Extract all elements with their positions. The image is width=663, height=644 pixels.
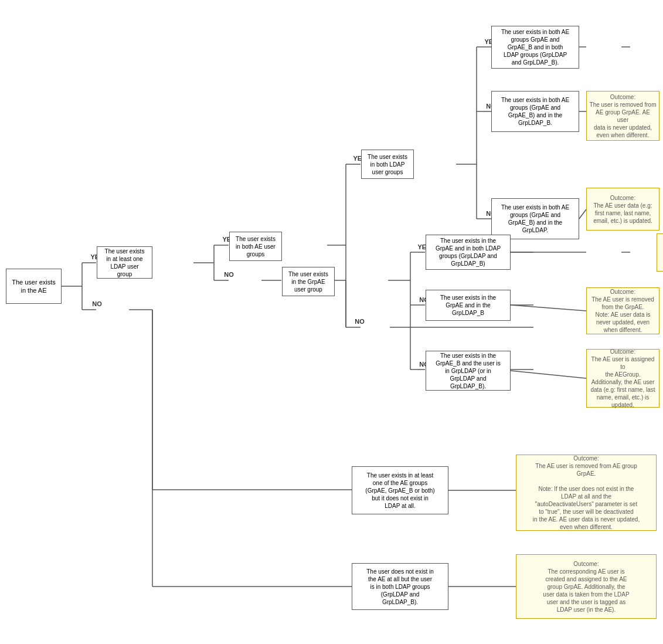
label-no3: NO <box>349 318 370 325</box>
label-no2: NO <box>219 271 239 278</box>
svg-line-47 <box>579 209 586 219</box>
node-out8: Outcome: The corresponding AE user is cr… <box>516 554 657 619</box>
node-both-ae-groups: The user exists in both AE user groups <box>229 232 282 261</box>
node-out6: Outcome: The AE user is assigned to the … <box>586 349 659 408</box>
node-both-ldap-groups: The user exists in both LDAP user groups <box>361 150 414 179</box>
node-out4: Outcome: The AE user data (e.g: first na… <box>657 233 663 272</box>
node-cond-grpae-grpldap-b: The user exists in the GrpAE and in the … <box>426 290 511 321</box>
node-out5: Outcome: The AE user is removed from the… <box>586 287 659 334</box>
node-grpae-user-group: The user exists in the GrpAE user group <box>282 267 335 296</box>
node-out2: Outcome: The user is removed from AE gro… <box>586 91 659 141</box>
node-at-least-one-ldap: The user exists in at least one LDAP use… <box>97 246 152 279</box>
node-out3: Outcome: The AE user data (e.g: first na… <box>586 188 659 231</box>
node-cond-grpae-both-ldap: The user exists in the GrpAE and in both… <box>426 235 511 270</box>
flowchart: The user exists in the AE YES NO The use… <box>0 0 663 644</box>
node-cond-both-ae-grpldap-b: The user exists in both AE groups (GrpAE… <box>491 91 579 132</box>
svg-line-49 <box>511 305 586 311</box>
node-cond-both-ae-grpldap: The user exists in both AE groups (GrpAE… <box>491 198 579 239</box>
node-cond-grpb-grpldap: The user exists in the GrpAE_B and the u… <box>426 351 511 391</box>
node-out7: Outcome: The AE user is removed from AE … <box>516 455 657 531</box>
svg-line-50 <box>511 371 586 378</box>
node-cond-no-ldap: The user exists in at least one of the A… <box>352 466 448 514</box>
node-user-exists-ae: The user exists in the AE <box>6 269 62 304</box>
node-cond-both-ae-both-ldap: The user exists in both AE groups GrpAE … <box>491 26 579 69</box>
node-cond-no-ae: The user does not exist in the AE at all… <box>352 563 448 610</box>
label-no1: NO <box>87 300 107 307</box>
